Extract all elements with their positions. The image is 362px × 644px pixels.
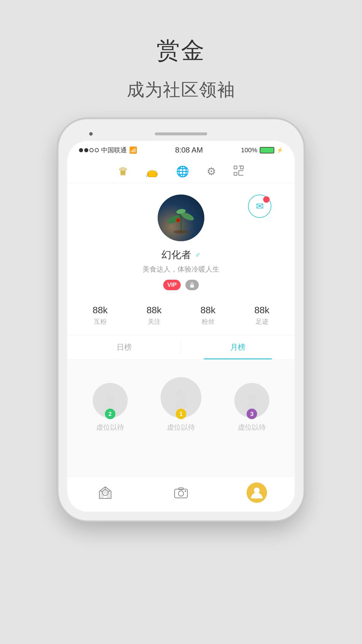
leaders-row: 2 虚位以待 1 虚位以待: [76, 371, 286, 432]
profile-section: ✉: [67, 183, 295, 299]
svg-point-31: [254, 488, 260, 494]
leader-3-face-icon: [243, 392, 261, 409]
svg-rect-2: [234, 172, 237, 175]
rank-badge-3: 3: [247, 409, 257, 419]
status-time: 8:08 AM: [175, 146, 203, 155]
badges-row: VIP: [163, 280, 199, 290]
message-badge: [263, 196, 270, 203]
svg-rect-27: [175, 489, 187, 498]
stat-footprints: 88k 足迹: [254, 305, 270, 326]
stat-footprints-value: 88k: [254, 305, 270, 316]
battery-bar: [260, 147, 274, 153]
leader-1: 1 虚位以待: [161, 377, 201, 432]
svg-point-17: [176, 390, 186, 400]
message-icon: ✉: [256, 201, 264, 212]
svg-point-16: [105, 402, 115, 409]
svg-rect-14: [190, 285, 194, 288]
profile-bio: 美食达人，体验冷暖人生: [143, 265, 219, 274]
status-left: 中国联通 📶: [79, 146, 137, 155]
signal-dot-2: [84, 148, 88, 152]
settings-icon[interactable]: ⚙: [207, 165, 216, 178]
phone-speaker: [155, 132, 207, 135]
phone-dot: [89, 132, 93, 136]
phone-screen: 中国联通 📶 8:08 AM 100% ⚡ ♛ 👝: [67, 141, 295, 512]
stat-fans-label: 粉丝: [202, 317, 215, 326]
gender-icon: ♂: [195, 251, 201, 260]
stat-mutual-label: 互粉: [94, 317, 107, 326]
app-header: ♛ 👝 🌐 ⚙: [67, 159, 295, 183]
username: 幻化者: [161, 248, 191, 262]
vip-badge: VIP: [163, 280, 181, 290]
message-button[interactable]: ✉: [248, 195, 271, 218]
battery-fill: [260, 148, 274, 153]
leader-3: 3 虚位以待: [234, 383, 269, 432]
leader-2: 2 虚位以待: [93, 383, 128, 432]
svg-rect-1: [240, 166, 243, 169]
nav-camera[interactable]: [171, 482, 191, 503]
plant-svg: [166, 200, 196, 235]
nav-profile-icon: [247, 482, 267, 503]
tab-daily[interactable]: 日榜: [67, 335, 181, 359]
avatar-plant-overlay: [158, 195, 204, 241]
svg-point-12: [178, 220, 179, 221]
svg-rect-0: [234, 166, 237, 169]
svg-point-20: [247, 402, 257, 409]
stat-mutual-value: 88k: [93, 305, 108, 316]
battery-percent: 100%: [241, 146, 257, 154]
leader-1-avatar: 1: [161, 377, 201, 418]
scan-icon[interactable]: [233, 165, 244, 178]
lock-badge: [185, 280, 199, 290]
leader-1-face-icon: [171, 387, 191, 408]
phone-shell: 中国联通 📶 8:08 AM 100% ⚡ ♛ 👝: [59, 119, 303, 520]
leader-2-name: 虚位以待: [96, 423, 124, 432]
svg-point-13: [174, 230, 188, 234]
bolt-icon: ⚡: [277, 147, 283, 153]
status-right: 100% ⚡: [241, 146, 283, 154]
phone-top: [67, 128, 295, 140]
svg-point-18: [175, 400, 187, 408]
stat-fans-value: 88k: [201, 305, 216, 316]
rank-badge-2: 2: [105, 409, 115, 419]
leader-2-avatar: 2: [93, 383, 128, 418]
crown-icon[interactable]: ♛: [118, 165, 128, 178]
battery-indicator: [260, 147, 274, 153]
avatar: [158, 195, 204, 241]
tab-monthly[interactable]: 月榜: [181, 335, 295, 359]
stat-following-label: 关注: [148, 317, 161, 326]
status-bar: 中国联通 📶 8:08 AM 100% ⚡: [67, 141, 295, 159]
svg-point-28: [178, 491, 184, 496]
carrier-name: 中国联通: [101, 146, 127, 155]
nav-home-icon: [95, 482, 115, 503]
bg-title-section: 赏金 成为社区领袖: [127, 35, 235, 102]
profile-name-row: 幻化者 ♂: [161, 248, 201, 262]
svg-point-15: [106, 394, 114, 402]
stat-fans: 88k 粉丝: [201, 305, 216, 326]
leaderboard-section: 2 虚位以待 1 虚位以待: [67, 360, 295, 476]
bottom-nav: [67, 476, 295, 512]
tabs-row: 日榜 月榜: [67, 335, 295, 360]
leader-2-face-icon: [101, 392, 119, 409]
leader-1-name: 虚位以待: [167, 423, 195, 432]
stats-row: 88k 互粉 88k 关注 88k 粉丝 88k 足迹: [67, 299, 295, 335]
signal-dot-1: [79, 148, 83, 152]
bg-sub-title: 成为社区领袖: [127, 80, 235, 99]
svg-point-30: [185, 491, 186, 492]
page-wrapper: 赏金 成为社区领袖 中国联通 📶: [0, 0, 362, 644]
signal-dot-3: [89, 148, 94, 152]
rank-badge-1: 1: [176, 409, 186, 419]
svg-point-19: [248, 394, 256, 402]
signal-dot-4: [95, 148, 99, 152]
leader-3-name: 虚位以待: [238, 423, 266, 432]
nav-profile[interactable]: [247, 482, 267, 503]
lock-icon: [189, 281, 195, 288]
nav-camera-icon: [171, 482, 191, 503]
bg-main-title: 赏金: [127, 35, 235, 66]
nav-home[interactable]: [95, 482, 115, 503]
wifi-icon: 📶: [129, 146, 137, 154]
bag-icon[interactable]: 👝: [145, 165, 159, 178]
stat-following: 88k 关注: [147, 305, 162, 326]
signal-indicators: [79, 148, 99, 152]
stat-following-value: 88k: [147, 305, 162, 316]
globe-icon[interactable]: 🌐: [176, 165, 189, 178]
stat-mutual: 88k 互粉: [93, 305, 108, 326]
